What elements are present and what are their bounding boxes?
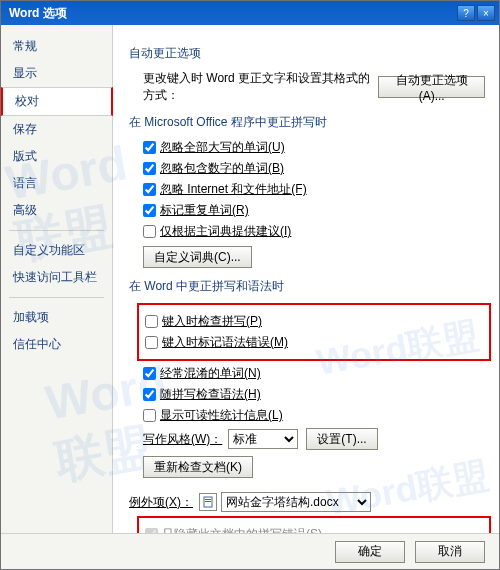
content-area: Word联盟 Word联盟 常规 显示 校对 保存 版式 语言 高级 自定义功能… (1, 25, 499, 533)
exception-select[interactable]: 网站金字塔结构.docx (221, 492, 371, 512)
section-autocorrect-title: 自动更正选项 (129, 45, 485, 62)
sidebar-item-save[interactable]: 保存 (1, 116, 112, 143)
autocorrect-row: 更改键入时 Word 更正文字和设置其格式的方式： 自动更正选项(A)... (143, 70, 485, 104)
check-label: 只隐藏此文档中的拼写错误(S) (162, 526, 322, 533)
check-label: 仅根据主词典提供建议(I) (160, 223, 291, 240)
check-ignore-uppercase[interactable] (143, 141, 156, 154)
check-label: 显示可读性统计信息(L) (160, 407, 283, 424)
check-label: 忽略 Internet 和文件地址(F) (160, 181, 307, 198)
sidebar-item-layout[interactable]: 版式 (1, 143, 112, 170)
close-button[interactable]: × (477, 5, 495, 21)
check-hide-spell-errors[interactable] (145, 528, 158, 533)
writing-style-select[interactable]: 标准 (228, 429, 298, 449)
check-ignore-internet[interactable] (143, 183, 156, 196)
sidebar-item-qat[interactable]: 快速访问工具栏 (1, 264, 112, 291)
cancel-button[interactable]: 取消 (415, 541, 485, 563)
ok-button[interactable]: 确定 (335, 541, 405, 563)
check-label: 忽略包含数字的单词(B) (160, 160, 284, 177)
check-label: 经常混淆的单词(N) (160, 365, 261, 382)
options-dialog: Word 选项 ? × Word联盟 Word联盟 常规 显示 校对 保存 版式… (0, 0, 500, 570)
sidebar-item-ribbon[interactable]: 自定义功能区 (1, 237, 112, 264)
svg-rect-2 (205, 501, 211, 502)
recheck-document-button[interactable]: 重新检查文档(K) (143, 456, 253, 478)
sidebar: Word联盟 Word联盟 常规 显示 校对 保存 版式 语言 高级 自定义功能… (1, 25, 113, 533)
sidebar-item-advanced[interactable]: 高级 (1, 197, 112, 224)
sidebar-item-addins[interactable]: 加载项 (1, 304, 112, 331)
check-spell-as-type[interactable] (145, 315, 158, 328)
check-main-dict[interactable] (143, 225, 156, 238)
check-grammar-as-type[interactable] (145, 336, 158, 349)
check-label: 键入时检查拼写(P) (162, 313, 262, 330)
document-icon (199, 493, 217, 511)
section-word-title: 在 Word 中更正拼写和语法时 (129, 278, 485, 295)
sidebar-item-general[interactable]: 常规 (1, 33, 112, 60)
section-office-title: 在 Microsoft Office 程序中更正拼写时 (129, 114, 485, 131)
svg-rect-1 (205, 499, 211, 500)
sidebar-separator (9, 230, 104, 231)
check-readability[interactable] (143, 409, 156, 422)
autocorrect-options-button[interactable]: 自动更正选项(A)... (378, 76, 485, 98)
autocorrect-desc: 更改键入时 Word 更正文字和设置其格式的方式： (143, 70, 370, 104)
check-label: 标记重复单词(R) (160, 202, 249, 219)
sidebar-item-trust[interactable]: 信任中心 (1, 331, 112, 358)
style-settings-button[interactable]: 设置(T)... (306, 428, 377, 450)
window-title: Word 选项 (5, 5, 455, 22)
check-label: 随拼写检查语法(H) (160, 386, 261, 403)
help-button[interactable]: ? (457, 5, 475, 21)
check-label: 键入时标记语法错误(M) (162, 334, 288, 351)
writing-style-label: 写作风格(W)： (143, 431, 222, 448)
dialog-footer: 确定 取消 (1, 533, 499, 569)
check-ignore-numbers[interactable] (143, 162, 156, 175)
highlighted-group-1: 键入时检查拼写(P) 键入时标记语法错误(M) (137, 303, 491, 361)
exception-label: 例外项(X)： (129, 494, 193, 511)
sidebar-item-language[interactable]: 语言 (1, 170, 112, 197)
word-checks-group: 键入时检查拼写(P) 键入时标记语法错误(M) 经常混淆的单词(N) 随拼写检查… (143, 303, 485, 478)
main-panel: Word联盟 Word联盟 自动更正选项 更改键入时 Word 更正文字和设置其… (113, 25, 499, 533)
highlighted-group-2: 只隐藏此文档中的拼写错误(S) 只隐藏此文档中的语法错误(D) (137, 516, 491, 533)
check-confused-words[interactable] (143, 367, 156, 380)
sidebar-item-display[interactable]: 显示 (1, 60, 112, 87)
sidebar-separator (9, 297, 104, 298)
check-label: 忽略全部大写的单词(U) (160, 139, 285, 156)
office-checks-group: 忽略全部大写的单词(U) 忽略包含数字的单词(B) 忽略 Internet 和文… (143, 139, 485, 268)
sidebar-item-proofing[interactable]: 校对 (1, 87, 113, 116)
custom-dictionaries-button[interactable]: 自定义词典(C)... (143, 246, 252, 268)
check-flag-repeated[interactable] (143, 204, 156, 217)
check-grammar-with-spell[interactable] (143, 388, 156, 401)
titlebar: Word 选项 ? × (1, 1, 499, 25)
